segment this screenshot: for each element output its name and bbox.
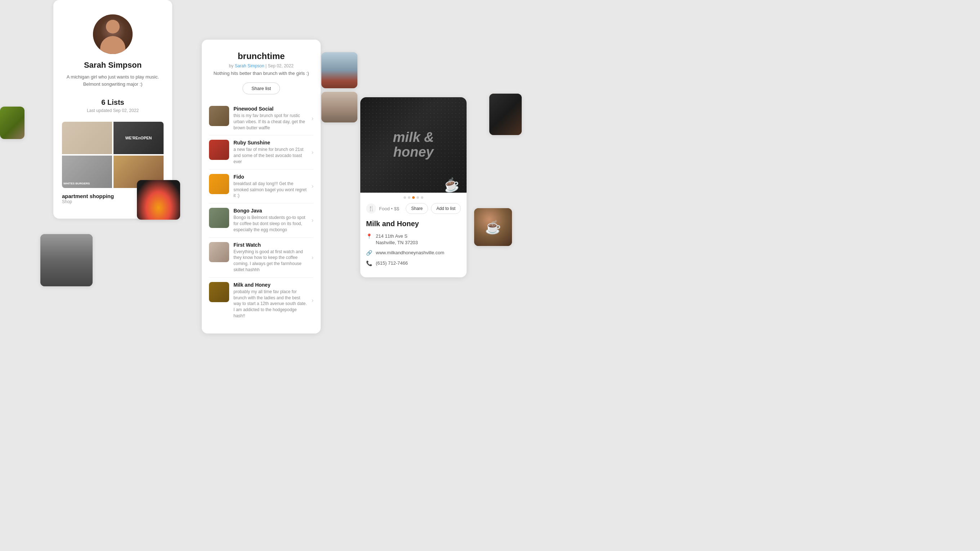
dot-5[interactable] [421, 196, 423, 199]
website-row: 🔗 www.milkandhoneynashville.com [366, 249, 461, 256]
item-desc-1: this is my fav brunch spot for rustic ur… [234, 113, 307, 131]
lists-count: 6 Lists [101, 98, 124, 106]
list-title: brunchtime [209, 51, 313, 61]
item-image-2 [209, 140, 229, 160]
brunchtime-list-card: brunchtime by Sarah Simpson | Sep 02, 20… [202, 40, 321, 333]
float-coffee-cup-image: ☕ [474, 208, 512, 246]
venue-name: Milk and Honey [366, 220, 461, 228]
dot-4[interactable] [417, 196, 419, 199]
list-item[interactable]: Milk and Honey probably my all time fav … [209, 278, 313, 323]
address-row: 📍 214 11th Ave S Nashville, TN 37203 [366, 233, 461, 246]
list-meta: by Sarah Simpson | Sep 02, 2022 [209, 64, 313, 68]
grid-image-1[interactable] [62, 122, 112, 154]
chevron-icon-4: › [312, 217, 313, 224]
float-food-spread-image [489, 94, 522, 135]
float-concert-image [137, 180, 180, 220]
item-name-3: Fido [234, 174, 307, 180]
profile-grid [62, 122, 164, 188]
item-image-6 [209, 282, 229, 302]
chevron-icon-5: › [312, 254, 313, 261]
chevron-icon-3: › [312, 183, 313, 189]
dot-3[interactable] [412, 196, 415, 199]
item-name-1: Pinewood Social [234, 106, 307, 112]
share-button[interactable]: Share [406, 203, 428, 214]
item-desc-6: probably my all time fav place for brunc… [234, 289, 307, 319]
float-building-image-2 [321, 92, 357, 122]
list-item[interactable]: First Watch Everything is good at first … [209, 238, 313, 278]
item-name-4: Bongo Java [234, 208, 307, 214]
dot-1[interactable] [404, 196, 406, 199]
item-name-6: Milk and Honey [234, 282, 307, 288]
list-item[interactable]: Fido breakfast all day long!!! Get the s… [209, 170, 313, 203]
item-name-5: First Watch [234, 242, 307, 248]
detail-actions: 🍴 Food • $$ Share Add to list [360, 202, 466, 218]
float-building-image-1 [321, 52, 357, 88]
item-desc-5: Everything is good at first watch and th… [234, 249, 307, 273]
grid-image-2[interactable] [113, 122, 164, 154]
dot-2[interactable] [408, 196, 410, 199]
float-store-image [40, 234, 92, 286]
phone-icon: 📞 [366, 260, 372, 266]
profile-name: Sarah Simpson [84, 60, 142, 70]
item-image-1 [209, 106, 229, 126]
grid-image-3[interactable] [62, 156, 112, 188]
float-salad-image [0, 106, 24, 139]
list-description: Nothing hits better than brunch with the… [209, 71, 313, 76]
item-image-4 [209, 208, 229, 228]
list-card-subtitle: Shop [62, 199, 72, 204]
category-label: Food • $$ [379, 206, 403, 211]
avatar [93, 14, 133, 54]
item-image-5 [209, 242, 229, 262]
item-desc-2: a new fav of mine for brunch on 21st and… [234, 146, 307, 165]
add-to-list-button[interactable]: Add to list [431, 203, 461, 214]
item-name-2: Ruby Sunshine [234, 140, 307, 146]
item-desc-3: breakfast all day long!!! Get the smoked… [234, 181, 307, 199]
detail-card: milk &honey ☕ 🍴 Food • $$ Share Add to l… [360, 97, 466, 277]
list-item[interactable]: Bongo Java Bongo is Belmont students go-… [209, 203, 313, 237]
website-text[interactable]: www.milkandhoneynashville.com [376, 249, 444, 256]
item-desc-4: Bongo is Belmont students go-to spot for… [234, 214, 307, 233]
detail-card-body: Milk and Honey 📍 214 11th Ave S Nashvill… [360, 218, 466, 277]
list-card-title: apartment shopping [62, 193, 114, 199]
share-list-button[interactable]: Share list [242, 83, 280, 94]
chevron-icon-6: › [312, 297, 313, 303]
image-dot-indicators [360, 193, 466, 202]
chevron-icon-2: › [312, 149, 313, 156]
category-icon: 🍴 [366, 203, 376, 214]
author-link[interactable]: Sarah Simpson [235, 64, 264, 68]
item-image-3 [209, 174, 229, 194]
list-item[interactable]: Pinewood Social this is my fav brunch sp… [209, 102, 313, 135]
address-text: 214 11th Ave S Nashville, TN 37203 [376, 233, 418, 246]
list-item[interactable]: Ruby Sunshine a new fav of mine for brun… [209, 135, 313, 169]
detail-card-image: milk &honey ☕ [360, 97, 466, 193]
phone-row: 📞 (615) 712-7466 [366, 260, 461, 267]
link-icon: 🔗 [366, 250, 372, 256]
location-icon: 📍 [366, 233, 372, 239]
brand-text: milk &honey [393, 130, 434, 160]
profile-bio: A michigan girl who just wants to play m… [62, 73, 164, 87]
chevron-icon-1: › [312, 115, 313, 122]
phone-text[interactable]: (615) 712-7466 [376, 260, 408, 267]
lists-updated: Last updated Sep 02, 2022 [87, 108, 139, 113]
